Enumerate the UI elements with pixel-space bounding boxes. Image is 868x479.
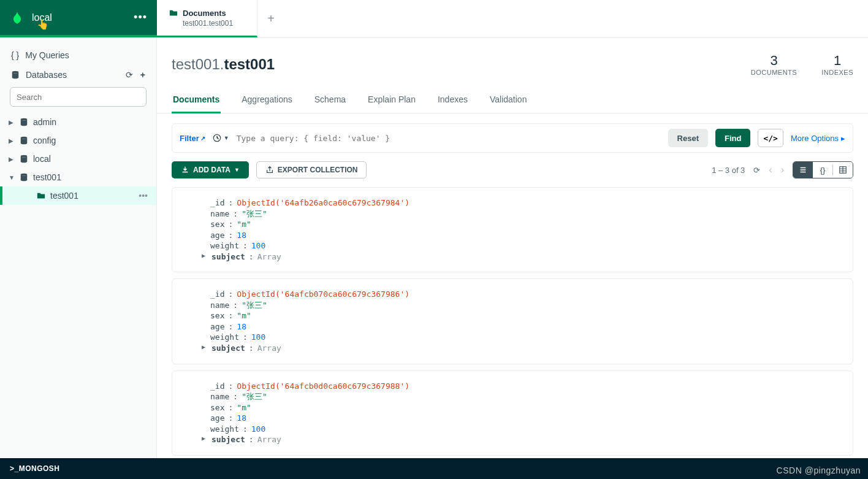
database-icon bbox=[20, 136, 28, 145]
subtab-documents[interactable]: Documents bbox=[172, 88, 221, 113]
find-button[interactable]: Find bbox=[715, 129, 750, 147]
expand-caret-icon[interactable]: ▶ bbox=[202, 343, 205, 354]
subtab-validation[interactable]: Validation bbox=[489, 88, 528, 113]
documents-count: 3 bbox=[751, 53, 797, 69]
sidebar-my-queries[interactable]: { } My Queries bbox=[0, 45, 156, 65]
history-button[interactable]: ▼ bbox=[213, 134, 229, 142]
caret-down-icon: ▼ bbox=[9, 174, 15, 181]
download-icon bbox=[181, 166, 189, 174]
cursor-hand-icon: 👆 bbox=[37, 18, 49, 30]
collection-item-test001[interactable]: test001 ••• bbox=[0, 186, 156, 205]
refresh-databases-button[interactable]: ⟳ bbox=[126, 70, 133, 80]
document-card[interactable]: _id: ObjectId('64afcb070ca60c679c367986'… bbox=[172, 278, 853, 364]
db-label: admin bbox=[33, 117, 56, 127]
connection-tile[interactable]: local 👆 ••• bbox=[0, 0, 157, 37]
export-label: EXPORT COLLECTION bbox=[278, 166, 358, 174]
indexes-label: INDEXES bbox=[821, 69, 853, 76]
caret-right-icon: ▶ bbox=[9, 137, 15, 144]
collection-menu-button[interactable]: ••• bbox=[139, 191, 148, 201]
mongosh-bar[interactable]: >_MONGOSH bbox=[0, 458, 868, 479]
caret-right-icon: ▶ bbox=[9, 156, 15, 163]
subtab-indexes[interactable]: Indexes bbox=[436, 88, 469, 113]
svg-point-4 bbox=[21, 174, 28, 176]
folder-icon bbox=[37, 191, 45, 200]
db-label: config bbox=[33, 136, 56, 145]
collection-name: test001 bbox=[224, 56, 275, 72]
add-database-button[interactable]: + bbox=[140, 70, 145, 80]
subtab-explain-plan[interactable]: Explain Plan bbox=[367, 88, 417, 113]
svg-point-2 bbox=[21, 137, 28, 139]
chevron-right-icon: ▸ bbox=[841, 134, 845, 143]
subtab-schema[interactable]: Schema bbox=[313, 88, 347, 113]
database-icon bbox=[20, 118, 28, 126]
add-tab-button[interactable]: + bbox=[257, 0, 284, 37]
tab-subtitle: test001.test001 bbox=[183, 19, 245, 28]
svg-point-1 bbox=[21, 118, 28, 121]
chevron-down-icon: ▼ bbox=[224, 135, 229, 141]
braces-icon: { } bbox=[11, 50, 19, 60]
my-queries-label: My Queries bbox=[25, 50, 69, 60]
db-item-admin[interactable]: ▶ admin bbox=[0, 113, 156, 131]
documents-label: DOCUMENTS bbox=[751, 69, 797, 76]
table-icon bbox=[839, 166, 847, 174]
page-info: 1 – 3 of 3 bbox=[712, 166, 745, 175]
databases-label: Databases bbox=[26, 70, 67, 80]
tab-bar: Documents test001.test001 + bbox=[157, 0, 868, 37]
add-data-label: ADD DATA bbox=[193, 166, 230, 174]
next-page-button[interactable]: › bbox=[781, 164, 784, 175]
db-item-test001[interactable]: ▼ test001 bbox=[0, 168, 156, 186]
mongosh-label: >_MONGOSH bbox=[10, 464, 60, 473]
filter-bar: Filter↗ ▼ Reset Find </> More Options ▸ bbox=[172, 123, 853, 153]
expand-caret-icon[interactable]: ▶ bbox=[202, 434, 205, 445]
tab-documents[interactable]: Documents test001.test001 bbox=[157, 0, 257, 37]
collection-db: test001 bbox=[172, 56, 220, 72]
view-toggle: {} bbox=[793, 161, 853, 178]
sidebar: { } My Queries Databases ⟳ + ▶ admin ▶ bbox=[0, 38, 157, 458]
code-toggle-button[interactable]: </> bbox=[758, 129, 783, 147]
list-icon bbox=[799, 166, 807, 174]
view-json-button[interactable]: {} bbox=[813, 162, 832, 178]
expand-caret-icon[interactable]: ▶ bbox=[202, 251, 205, 262]
db-label: test001 bbox=[33, 172, 61, 182]
folder-icon bbox=[169, 9, 178, 17]
reset-button[interactable]: Reset bbox=[668, 129, 708, 147]
indexes-count: 1 bbox=[821, 53, 853, 69]
sidebar-databases-header[interactable]: Databases ⟳ + bbox=[0, 65, 156, 85]
svg-point-3 bbox=[21, 155, 28, 158]
export-collection-button[interactable]: EXPORT COLLECTION bbox=[256, 161, 367, 178]
query-input[interactable] bbox=[237, 134, 661, 143]
document-card[interactable]: _id: ObjectId('64afcb0d0ca60c679c367988'… bbox=[172, 370, 853, 456]
clock-icon bbox=[213, 134, 221, 142]
caret-right-icon: ▶ bbox=[9, 119, 15, 126]
collection-title: test001.test001 bbox=[172, 56, 275, 73]
svg-point-0 bbox=[12, 71, 19, 74]
filter-label-button[interactable]: Filter↗ bbox=[180, 134, 205, 143]
db-item-local[interactable]: ▶ local bbox=[0, 150, 156, 168]
stat-indexes: 1 INDEXES bbox=[821, 53, 853, 76]
search-input[interactable] bbox=[10, 87, 147, 107]
db-item-config[interactable]: ▶ config bbox=[0, 131, 156, 150]
refresh-button[interactable]: ⟳ bbox=[753, 166, 760, 175]
subtab-aggregations[interactable]: Aggregations bbox=[240, 88, 294, 113]
add-data-button[interactable]: ADD DATA ▼ bbox=[172, 161, 249, 178]
mongodb-leaf-icon bbox=[10, 10, 25, 25]
database-icon bbox=[11, 71, 20, 79]
document-card[interactable]: _id: ObjectId('64afb26a0ca60c679c367984'… bbox=[172, 187, 853, 272]
database-icon bbox=[20, 155, 28, 163]
documents-list: _id: ObjectId('64afb26a0ca60c679c367984'… bbox=[157, 187, 868, 458]
view-table-button[interactable] bbox=[833, 162, 853, 178]
stat-documents: 3 DOCUMENTS bbox=[751, 53, 797, 76]
chevron-down-icon: ▼ bbox=[234, 167, 240, 173]
more-options-button[interactable]: More Options ▸ bbox=[791, 134, 845, 143]
watermark: CSDN @pingzhuyan bbox=[777, 466, 861, 475]
braces-icon: {} bbox=[820, 166, 826, 175]
more-options-label: More Options bbox=[791, 134, 839, 143]
tab-title: Documents bbox=[183, 9, 226, 18]
db-label: local bbox=[33, 154, 51, 164]
connection-menu-button[interactable]: ••• bbox=[134, 11, 147, 24]
view-list-button[interactable] bbox=[793, 162, 813, 178]
filter-label-text: Filter bbox=[180, 134, 199, 143]
collection-label: test001 bbox=[50, 191, 78, 201]
prev-page-button[interactable]: ‹ bbox=[769, 164, 772, 175]
external-link-icon: ↗ bbox=[200, 135, 205, 142]
